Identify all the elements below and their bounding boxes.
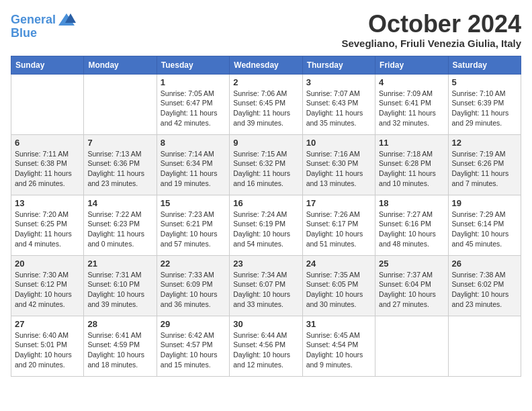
day-number: 7 [87,138,152,148]
day-info: Sunrise: 6:40 AM Sunset: 5:01 PM Dayligh… [15,330,80,370]
day-info: Sunrise: 7:10 AM Sunset: 6:39 PM Dayligh… [452,89,517,128]
calendar-title: October 2024 [341,11,521,38]
day-info: Sunrise: 7:24 AM Sunset: 6:19 PM Dayligh… [233,210,298,249]
day-info: Sunrise: 7:27 AM Sunset: 6:16 PM Dayligh… [379,210,444,249]
day-number: 24 [306,259,371,269]
day-number: 26 [452,259,517,269]
calendar-cell: 1Sunrise: 7:05 AM Sunset: 6:47 PM Daylig… [157,74,229,134]
day-number: 15 [161,198,226,208]
calendar-cell [448,316,521,376]
calendar-cell: 16Sunrise: 7:24 AM Sunset: 6:19 PM Dayli… [230,195,302,255]
calendar-cell: 28Sunrise: 6:41 AM Sunset: 4:59 PM Dayli… [84,316,157,376]
logo: General Blue [11,11,76,40]
calendar-cell: 19Sunrise: 7:29 AM Sunset: 6:14 PM Dayli… [448,195,521,255]
day-info: Sunrise: 7:11 AM Sunset: 6:38 PM Dayligh… [15,149,80,189]
day-number: 12 [452,138,517,148]
day-info: Sunrise: 7:09 AM Sunset: 6:41 PM Dayligh… [379,89,444,128]
day-number: 16 [233,198,298,208]
day-number: 17 [306,198,371,208]
day-number: 8 [161,138,226,148]
day-number: 27 [15,319,80,329]
day-info: Sunrise: 7:07 AM Sunset: 6:43 PM Dayligh… [306,89,371,128]
calendar-week-row: 1Sunrise: 7:05 AM Sunset: 6:47 PM Daylig… [11,74,521,134]
calendar-header-row: SundayMondayTuesdayWednesdayThursdayFrid… [11,56,521,74]
day-info: Sunrise: 7:15 AM Sunset: 6:32 PM Dayligh… [233,149,298,189]
page-header: General Blue October 2024 Sevegliano, Fr… [11,11,521,49]
day-number: 9 [233,138,298,148]
day-info: Sunrise: 7:22 AM Sunset: 6:23 PM Dayligh… [87,210,152,249]
day-of-week-header: Monday [84,56,157,74]
title-block: October 2024 Sevegliano, Friuli Venezia … [341,11,521,49]
calendar-cell: 22Sunrise: 7:33 AM Sunset: 6:09 PM Dayli… [157,255,229,316]
day-info: Sunrise: 6:41 AM Sunset: 4:59 PM Dayligh… [87,330,152,370]
day-info: Sunrise: 7:30 AM Sunset: 6:12 PM Dayligh… [15,270,80,310]
day-number: 29 [161,319,226,329]
day-info: Sunrise: 7:29 AM Sunset: 6:14 PM Dayligh… [452,210,517,249]
day-of-week-header: Tuesday [157,56,229,74]
day-number: 31 [306,319,371,329]
calendar-week-row: 6Sunrise: 7:11 AM Sunset: 6:38 PM Daylig… [11,134,521,195]
calendar-cell [11,74,84,134]
calendar-subtitle: Sevegliano, Friuli Venezia Giulia, Italy [341,38,521,49]
day-info: Sunrise: 6:42 AM Sunset: 4:57 PM Dayligh… [161,330,226,370]
day-info: Sunrise: 7:33 AM Sunset: 6:09 PM Dayligh… [161,270,226,310]
day-info: Sunrise: 7:20 AM Sunset: 6:25 PM Dayligh… [15,210,80,249]
day-info: Sunrise: 7:31 AM Sunset: 6:10 PM Dayligh… [87,270,152,310]
calendar-cell: 17Sunrise: 7:26 AM Sunset: 6:17 PM Dayli… [302,195,375,255]
calendar-cell [84,74,157,134]
calendar-cell: 8Sunrise: 7:14 AM Sunset: 6:34 PM Daylig… [157,134,229,195]
calendar-cell: 26Sunrise: 7:38 AM Sunset: 6:02 PM Dayli… [448,255,521,316]
day-number: 10 [306,138,371,148]
calendar-cell: 3Sunrise: 7:07 AM Sunset: 6:43 PM Daylig… [302,74,375,134]
day-info: Sunrise: 6:45 AM Sunset: 4:54 PM Dayligh… [306,330,371,370]
day-of-week-header: Sunday [11,56,84,74]
day-number: 23 [233,259,298,269]
day-number: 30 [233,319,298,329]
day-number: 2 [233,77,298,87]
day-number: 18 [379,198,444,208]
day-number: 6 [15,138,80,148]
day-info: Sunrise: 7:16 AM Sunset: 6:30 PM Dayligh… [306,149,371,189]
calendar-cell: 13Sunrise: 7:20 AM Sunset: 6:25 PM Dayli… [11,195,84,255]
day-info: Sunrise: 7:35 AM Sunset: 6:05 PM Dayligh… [306,270,371,310]
day-number: 3 [306,77,371,87]
calendar-week-row: 20Sunrise: 7:30 AM Sunset: 6:12 PM Dayli… [11,255,521,316]
calendar-week-row: 13Sunrise: 7:20 AM Sunset: 6:25 PM Dayli… [11,195,521,255]
calendar-cell: 14Sunrise: 7:22 AM Sunset: 6:23 PM Dayli… [84,195,157,255]
calendar-cell: 12Sunrise: 7:19 AM Sunset: 6:26 PM Dayli… [448,134,521,195]
calendar-cell: 7Sunrise: 7:13 AM Sunset: 6:36 PM Daylig… [84,134,157,195]
day-info: Sunrise: 7:05 AM Sunset: 6:47 PM Dayligh… [161,89,226,128]
day-number: 21 [87,259,152,269]
day-number: 19 [452,198,517,208]
day-info: Sunrise: 7:19 AM Sunset: 6:26 PM Dayligh… [452,149,517,189]
calendar-body: 1Sunrise: 7:05 AM Sunset: 6:47 PM Daylig… [11,74,521,376]
day-info: Sunrise: 7:13 AM Sunset: 6:36 PM Dayligh… [87,149,152,189]
calendar-cell: 31Sunrise: 6:45 AM Sunset: 4:54 PM Dayli… [302,316,375,376]
day-info: Sunrise: 7:37 AM Sunset: 6:04 PM Dayligh… [379,270,444,310]
calendar-cell: 2Sunrise: 7:06 AM Sunset: 6:45 PM Daylig… [230,74,302,134]
calendar-table: SundayMondayTuesdayWednesdayThursdayFrid… [11,56,521,377]
day-info: Sunrise: 7:34 AM Sunset: 6:07 PM Dayligh… [233,270,298,310]
calendar-cell: 29Sunrise: 6:42 AM Sunset: 4:57 PM Dayli… [157,316,229,376]
day-number: 5 [452,77,517,87]
calendar-cell [375,316,448,376]
day-info: Sunrise: 7:14 AM Sunset: 6:34 PM Dayligh… [161,149,226,189]
day-number: 14 [87,198,152,208]
calendar-cell: 25Sunrise: 7:37 AM Sunset: 6:04 PM Dayli… [375,255,448,316]
day-of-week-header: Friday [375,56,448,74]
day-number: 4 [379,77,444,87]
day-number: 25 [379,259,444,269]
day-number: 28 [87,319,152,329]
calendar-cell: 24Sunrise: 7:35 AM Sunset: 6:05 PM Dayli… [302,255,375,316]
calendar-cell: 15Sunrise: 7:23 AM Sunset: 6:21 PM Dayli… [157,195,229,255]
day-info: Sunrise: 7:26 AM Sunset: 6:17 PM Dayligh… [306,210,371,249]
calendar-cell: 6Sunrise: 7:11 AM Sunset: 6:38 PM Daylig… [11,134,84,195]
day-of-week-header: Saturday [448,56,521,74]
calendar-cell: 20Sunrise: 7:30 AM Sunset: 6:12 PM Dayli… [11,255,84,316]
calendar-cell: 10Sunrise: 7:16 AM Sunset: 6:30 PM Dayli… [302,134,375,195]
logo-icon [57,11,76,30]
calendar-week-row: 27Sunrise: 6:40 AM Sunset: 5:01 PM Dayli… [11,316,521,376]
calendar-cell: 21Sunrise: 7:31 AM Sunset: 6:10 PM Dayli… [84,255,157,316]
logo-text: General [11,13,56,27]
day-info: Sunrise: 6:44 AM Sunset: 4:56 PM Dayligh… [233,330,298,370]
